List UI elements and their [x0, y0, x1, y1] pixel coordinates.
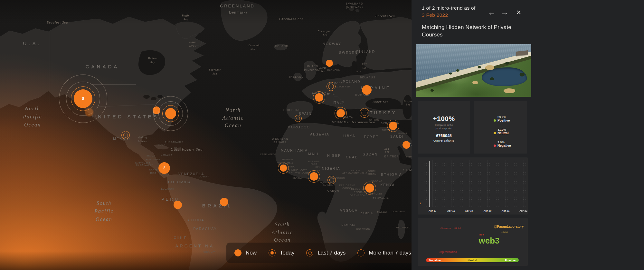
map-label: North — [225, 107, 241, 113]
close-icon: ✕ — [516, 9, 521, 16]
wordcloud-word[interactable]: @soccer_official — [440, 227, 461, 230]
map-label: URUGUAY — [204, 251, 216, 253]
sentiment-item-positive: 59.2%Positive — [494, 115, 527, 122]
legend-item-today: Today — [268, 249, 294, 257]
map-label: NIGERIA — [322, 166, 340, 170]
map-legend: NowTodayLast 7 daysMore than 7 days ago — [226, 243, 412, 263]
map-label: FINLAND — [356, 50, 375, 54]
last7-marker-icon — [306, 249, 314, 257]
map-label: Bay — [150, 61, 155, 64]
map-label: THE BAHAMAS — [165, 141, 184, 143]
map-label: Pacific — [94, 208, 113, 214]
wordcloud-word[interactable]: @jeternofied — [440, 250, 457, 254]
wordcloud-card: @soccer_officialnbaweb3@ParamLaboratoryc… — [418, 218, 528, 266]
map-label: TUNISIA — [330, 120, 344, 123]
legend-label: Today — [280, 250, 294, 256]
trend-title: Matching Hidden Network of Private Cours… — [422, 24, 522, 38]
arrow-left-icon: ← — [488, 8, 496, 17]
map-label: ETHIOPIA — [381, 173, 402, 176]
prev-trend-button[interactable]: ← — [486, 8, 497, 17]
map-label: Strait — [189, 44, 196, 47]
map-label: Sea — [213, 72, 217, 75]
sentiment-dot — [494, 145, 496, 147]
landmass-africa — [276, 123, 412, 262]
map-label: Sea — [385, 150, 390, 153]
map-label: COLOMBIA — [168, 180, 191, 184]
map-label: (NORWAY) — [346, 5, 363, 9]
map-label: North — [319, 66, 327, 69]
map-label: KINGDOM — [304, 69, 320, 72]
map-label: SVALBARD — [346, 2, 363, 5]
map-label: AFRICAN REPUBLIC — [342, 172, 367, 174]
today-marker-icon — [268, 249, 276, 257]
map-label: BOLIVIA — [187, 218, 204, 222]
wordcloud-word[interactable]: cricket — [501, 231, 507, 233]
map-label: MALI — [308, 152, 319, 156]
map-label: BOTSWANA — [356, 228, 371, 230]
chart-cursor-line[interactable] — [429, 161, 430, 207]
map-label: ERITREA — [384, 155, 399, 158]
legend-label: More than 7 days ago — [369, 250, 412, 256]
map-label: TANZANIA — [373, 197, 389, 200]
sentiment-item-neutral: 31.9%Neutral — [494, 128, 527, 135]
sentiment-dot — [494, 132, 496, 134]
world-map[interactable]: U.S.CANADAUNITED STATESGREENLAND(Denmark… — [0, 0, 412, 270]
sentiment-scale-bar: Negative Neutral Positive — [426, 258, 519, 262]
map-label: LIBERIA — [292, 177, 302, 179]
map-label: REP. OF THE — [339, 184, 355, 186]
map-label: SWEDEN — [339, 51, 358, 55]
map-label: U.S. — [23, 41, 41, 46]
map-label: MALAWI — [377, 211, 387, 213]
older-marker-icon — [357, 249, 365, 257]
map-label: COTE — [300, 169, 308, 171]
map-label: SOUTH — [367, 170, 376, 172]
map-label: Norwegian — [318, 29, 331, 33]
wordcloud-word[interactable]: web3 — [478, 236, 499, 246]
wordcloud-word[interactable]: @ParamLaboratory — [494, 225, 524, 228]
map-label: BURKINA — [308, 160, 319, 163]
map-label: Ocean — [225, 123, 242, 128]
map-label: SIERRA — [289, 169, 298, 171]
map-label: CENTRAL — [349, 169, 361, 172]
photo-bunker — [504, 88, 515, 93]
map-label: SAHARA — [273, 141, 287, 144]
sentiment-item-negative: 9.0%Negative — [494, 140, 527, 147]
map-label: Ocean — [274, 237, 291, 243]
map-label: North — [25, 106, 40, 112]
map-label: MOROCCO — [288, 125, 310, 129]
photo-bunker — [485, 65, 495, 70]
map-label: UNITED — [306, 65, 318, 68]
close-panel-button[interactable]: ✕ — [513, 8, 524, 17]
map-label: Labrador — [209, 68, 221, 71]
map-label: LITH — [356, 70, 362, 73]
conversations-label: conversations — [418, 138, 470, 142]
legend-item-last7: Last 7 days — [306, 249, 346, 257]
chart-plot-area[interactable]: Apr 17Apr 18Apr 19Apr 20Apr 21Apr 22 — [421, 160, 526, 207]
map-label: ICELAND — [274, 45, 288, 48]
map-label: NIGER — [327, 154, 341, 157]
map-label: SUDAN — [367, 173, 376, 175]
scale-positive-label: Positive — [505, 259, 516, 262]
map-label: CAPE VERDE — [260, 153, 276, 155]
map-label: YEME — [406, 155, 412, 158]
map-label: CHILE — [174, 236, 187, 240]
x-axis-label: Apr 19 — [465, 209, 473, 212]
scale-neutral-label: Neutral — [468, 259, 477, 262]
map-label: GABON — [327, 189, 339, 192]
map-label: Gulf of — [138, 136, 147, 139]
map-label: Caspia — [404, 99, 412, 103]
next-trend-button[interactable]: → — [499, 8, 510, 17]
map-label: Greenland Sea — [279, 17, 303, 21]
map-label: BRAZIL — [202, 203, 233, 208]
map-label: CANADA — [86, 64, 119, 69]
map-label: NAMIBIA — [341, 224, 355, 227]
map-label: UNITED STATES — [92, 114, 159, 119]
map-label: South — [97, 200, 111, 206]
map-label: LAT — [362, 67, 366, 69]
legend-label: Now — [246, 250, 257, 256]
trend-date: 3 Feb 2022 — [422, 12, 448, 18]
x-axis-label: Apr 17 — [429, 209, 437, 212]
map-label: COSTA — [149, 169, 158, 171]
map-label: Baffin — [182, 14, 190, 17]
legend-label: Last 7 days — [317, 250, 346, 256]
